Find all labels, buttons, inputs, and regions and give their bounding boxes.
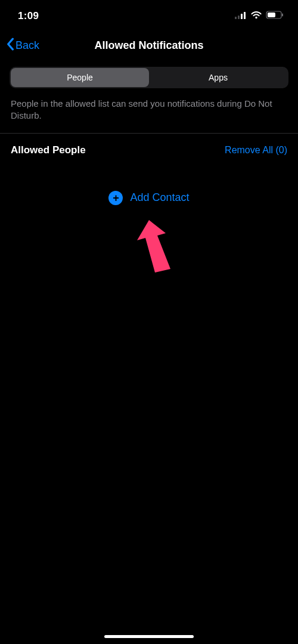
segmented-control: People Apps <box>10 67 288 88</box>
svg-rect-1 <box>238 16 240 19</box>
cellular-icon <box>235 11 247 21</box>
nav-bar: Back Allowed Notifications <box>0 32 298 58</box>
section-title: Allowed People <box>11 144 86 156</box>
status-bar: 1:09 <box>0 0 298 32</box>
home-indicator[interactable] <box>104 635 194 638</box>
status-indicators <box>235 11 284 21</box>
section-description: People in the allowed list can send you … <box>11 98 287 122</box>
add-contact-button[interactable]: + Add Contact <box>108 191 189 205</box>
page-title: Allowed Notifications <box>0 39 298 52</box>
svg-rect-2 <box>241 14 243 19</box>
plus-icon: + <box>108 191 123 205</box>
battery-icon <box>266 11 284 21</box>
remove-all-button[interactable]: Remove All (0) <box>225 145 287 156</box>
svg-rect-6 <box>282 14 283 17</box>
status-time: 1:09 <box>18 10 39 22</box>
wifi-icon <box>250 11 262 21</box>
back-button[interactable]: Back <box>6 38 39 54</box>
back-label: Back <box>15 39 39 52</box>
annotation-arrow <box>131 218 185 292</box>
allowed-people-header: Allowed People Remove All (0) <box>0 134 298 156</box>
svg-rect-0 <box>235 17 237 19</box>
tab-people[interactable]: People <box>11 68 149 87</box>
svg-rect-5 <box>268 13 275 17</box>
svg-rect-3 <box>244 12 246 19</box>
chevron-left-icon <box>6 38 14 54</box>
tab-apps[interactable]: Apps <box>149 68 287 87</box>
add-contact-label: Add Contact <box>130 191 189 204</box>
